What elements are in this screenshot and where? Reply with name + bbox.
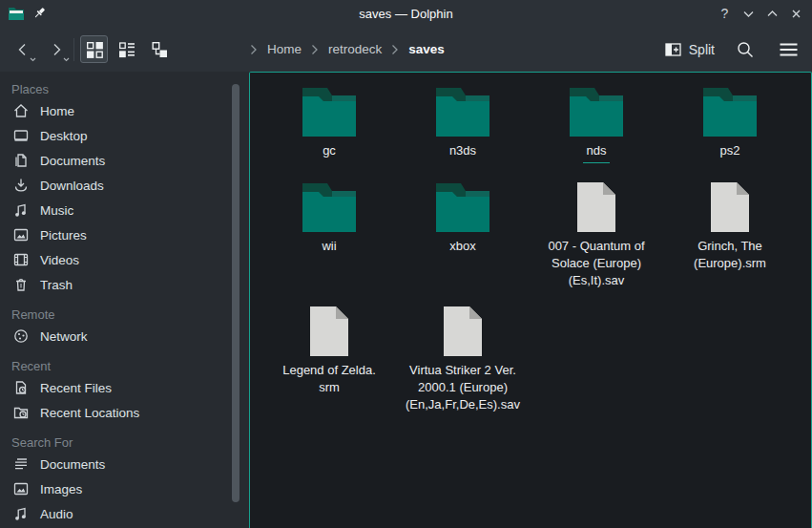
hamburger-menu-button[interactable] <box>776 37 801 62</box>
sidebar-item-desktop[interactable]: Desktop <box>11 123 249 148</box>
sidebar-item-label: Home <box>40 104 74 118</box>
split-label: Split <box>689 42 715 57</box>
window-controls: ? <box>713 0 808 27</box>
sidebar-item-label: Videos <box>40 253 79 267</box>
download-icon <box>12 177 30 194</box>
folder-wii[interactable]: wii <box>262 182 396 306</box>
help-button[interactable]: ? <box>713 0 737 27</box>
navigation-buttons <box>10 27 69 72</box>
sidebar-item-trash[interactable]: Trash <box>11 272 249 297</box>
forward-button[interactable] <box>43 35 69 64</box>
chevron-right-icon <box>250 44 258 55</box>
toolbar-separator <box>73 38 74 61</box>
document-icon <box>12 152 30 169</box>
breadcrumb-saves[interactable]: saves <box>408 42 445 56</box>
back-button[interactable] <box>10 35 35 64</box>
sidebar-item-music[interactable]: Music <box>11 198 249 222</box>
file-007-quantum-of-solace[interactable]: 007 - Quantum of Solace (Europe) (Es,It)… <box>530 182 663 306</box>
file-icon <box>444 306 482 356</box>
sidebar-item-videos[interactable]: Videos <box>11 247 249 272</box>
folder-ps2[interactable]: ps2 <box>663 88 797 182</box>
folder-gc[interactable]: gc <box>262 88 396 182</box>
sidebar-item-label: Audio <box>40 507 73 521</box>
back-dropdown-caret-icon[interactable] <box>30 57 36 62</box>
item-label: n3ds <box>449 142 476 159</box>
sidebar-scrollbar[interactable] <box>232 84 239 502</box>
folder-icon <box>436 88 489 137</box>
dolphin-folder-icon <box>8 6 25 21</box>
window-body: Places Home Desktop Documents Downloads <box>0 72 812 528</box>
details-view-button[interactable] <box>113 35 140 63</box>
item-label: gc <box>323 142 336 159</box>
titlebar: saves — Dolphin ? <box>0 0 812 27</box>
sidebar-item-label: Trash <box>40 278 73 292</box>
item-label: ps2 <box>720 142 740 159</box>
sidebar-item-search-documents[interactable]: Documents <box>11 452 249 476</box>
folder-xbox[interactable]: xbox <box>396 182 530 306</box>
item-label: 007 - Quantum of Solace (Europe) (Es,It)… <box>548 238 644 289</box>
folder-nds[interactable]: nds <box>530 88 663 182</box>
maximize-button[interactable] <box>760 0 784 27</box>
file-icon <box>310 306 348 356</box>
icons-view-button[interactable] <box>80 35 108 63</box>
trash-icon <box>12 276 30 293</box>
split-button[interactable]: Split <box>665 42 715 57</box>
recent-file-clock-icon <box>12 379 30 396</box>
sidebar-item-search-images[interactable]: Images <box>11 476 249 501</box>
close-button[interactable] <box>784 0 808 27</box>
sidebar-item-recent-files[interactable]: Recent Files <box>11 375 249 400</box>
item-label: wii <box>322 238 336 255</box>
text-lines-icon <box>12 455 30 473</box>
recent-folder-clock-icon <box>12 404 30 421</box>
music-note-icon <box>12 505 30 522</box>
toolbar: Home retrodeck saves Split <box>0 27 812 72</box>
sidebar-item-network[interactable]: Network <box>11 324 249 348</box>
file-icon <box>577 182 615 232</box>
network-globe-icon <box>12 327 30 345</box>
file-virtua-striker-2[interactable]: Virtua Striker 2 Ver. 2000.1 (Europe) (E… <box>396 306 530 413</box>
search-button[interactable] <box>733 37 758 62</box>
view-mode-buttons <box>80 27 173 72</box>
folder-icon <box>703 88 757 137</box>
item-label: Grinch, The (Europe).srm <box>694 238 766 272</box>
section-title-recent: Recent <box>11 356 249 375</box>
sidebar-item-label: Music <box>40 203 73 218</box>
file-legend-of-zelda[interactable]: Legend of Zelda. srm <box>262 306 396 413</box>
folder-n3ds[interactable]: n3ds <box>396 88 530 182</box>
folder-icon <box>436 182 489 232</box>
pin-icon[interactable] <box>33 7 47 20</box>
sidebar-item-label: Downloads <box>40 179 104 193</box>
tree-view-button[interactable] <box>145 35 173 63</box>
minimize-button[interactable] <box>737 0 760 27</box>
toolbar-right-group: Split <box>665 27 801 72</box>
sidebar-item-search-audio[interactable]: Audio <box>11 501 249 526</box>
music-note-icon <box>12 201 30 219</box>
forward-dropdown-caret-icon[interactable] <box>63 57 70 62</box>
section-title-search-for: Search For <box>11 433 249 452</box>
file-grinch-the[interactable]: Grinch, The (Europe).srm <box>663 182 797 306</box>
picture-icon <box>12 226 30 243</box>
sidebar-item-label: Desktop <box>40 129 88 143</box>
sidebar-item-label: Network <box>40 329 88 344</box>
desktop-icon <box>12 127 30 144</box>
folder-icon <box>570 88 623 137</box>
sidebar-item-documents[interactable]: Documents <box>11 148 249 173</box>
sidebar-item-pictures[interactable]: Pictures <box>11 222 249 247</box>
item-label: nds <box>583 142 611 163</box>
breadcrumb-retrodeck[interactable]: retrodeck <box>328 42 382 56</box>
folder-icon <box>302 182 356 232</box>
file-view: gc n3ds nds ps2 <box>249 72 812 528</box>
chevron-right-icon <box>391 44 399 55</box>
section-title-remote: Remote <box>11 305 249 324</box>
item-label: xbox <box>449 238 475 255</box>
sidebar-item-downloads[interactable]: Downloads <box>11 173 249 198</box>
places-panel: Places Home Desktop Documents Downloads <box>0 72 249 528</box>
sidebar-item-recent-locations[interactable]: Recent Locations <box>11 400 249 425</box>
split-icon <box>665 42 681 57</box>
home-icon <box>12 102 30 119</box>
file-icon <box>711 182 749 232</box>
item-label: Legend of Zelda. srm <box>282 362 376 396</box>
breadcrumb-home[interactable]: Home <box>267 42 302 56</box>
folder-icon <box>302 88 356 137</box>
sidebar-item-home[interactable]: Home <box>11 98 249 123</box>
